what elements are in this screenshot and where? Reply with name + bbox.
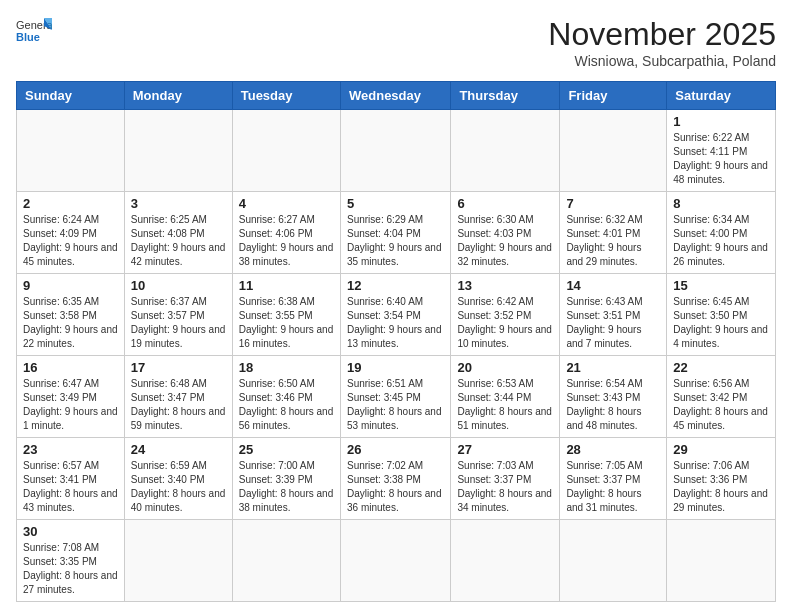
calendar-cell	[451, 520, 560, 602]
day-number: 24	[131, 442, 226, 457]
calendar-cell	[340, 520, 450, 602]
day-info: Sunrise: 6:40 AM Sunset: 3:54 PM Dayligh…	[347, 295, 444, 351]
day-info: Sunrise: 6:43 AM Sunset: 3:51 PM Dayligh…	[566, 295, 660, 351]
page-header: General Blue November 2025 Wisniowa, Sub…	[16, 16, 776, 69]
day-info: Sunrise: 7:06 AM Sunset: 3:36 PM Dayligh…	[673, 459, 769, 515]
day-number: 6	[457, 196, 553, 211]
day-number: 27	[457, 442, 553, 457]
calendar-cell: 20Sunrise: 6:53 AM Sunset: 3:44 PM Dayli…	[451, 356, 560, 438]
calendar-cell: 19Sunrise: 6:51 AM Sunset: 3:45 PM Dayli…	[340, 356, 450, 438]
calendar-cell: 26Sunrise: 7:02 AM Sunset: 3:38 PM Dayli…	[340, 438, 450, 520]
calendar-cell: 11Sunrise: 6:38 AM Sunset: 3:55 PM Dayli…	[232, 274, 340, 356]
calendar-week-5: 23Sunrise: 6:57 AM Sunset: 3:41 PM Dayli…	[17, 438, 776, 520]
day-info: Sunrise: 7:02 AM Sunset: 3:38 PM Dayligh…	[347, 459, 444, 515]
day-info: Sunrise: 6:38 AM Sunset: 3:55 PM Dayligh…	[239, 295, 334, 351]
day-number: 11	[239, 278, 334, 293]
calendar-cell: 16Sunrise: 6:47 AM Sunset: 3:49 PM Dayli…	[17, 356, 125, 438]
day-number: 23	[23, 442, 118, 457]
day-info: Sunrise: 7:00 AM Sunset: 3:39 PM Dayligh…	[239, 459, 334, 515]
calendar-cell: 24Sunrise: 6:59 AM Sunset: 3:40 PM Dayli…	[124, 438, 232, 520]
calendar-table: SundayMondayTuesdayWednesdayThursdayFrid…	[16, 81, 776, 602]
weekday-header-thursday: Thursday	[451, 82, 560, 110]
calendar-cell: 1Sunrise: 6:22 AM Sunset: 4:11 PM Daylig…	[667, 110, 776, 192]
generalblue-logo-icon: General Blue	[16, 16, 52, 46]
calendar-cell: 7Sunrise: 6:32 AM Sunset: 4:01 PM Daylig…	[560, 192, 667, 274]
day-number: 30	[23, 524, 118, 539]
weekday-header-friday: Friday	[560, 82, 667, 110]
day-number: 26	[347, 442, 444, 457]
day-number: 5	[347, 196, 444, 211]
day-number: 20	[457, 360, 553, 375]
calendar-cell: 25Sunrise: 7:00 AM Sunset: 3:39 PM Dayli…	[232, 438, 340, 520]
calendar-week-1: 1Sunrise: 6:22 AM Sunset: 4:11 PM Daylig…	[17, 110, 776, 192]
calendar-cell: 30Sunrise: 7:08 AM Sunset: 3:35 PM Dayli…	[17, 520, 125, 602]
calendar-cell: 4Sunrise: 6:27 AM Sunset: 4:06 PM Daylig…	[232, 192, 340, 274]
day-info: Sunrise: 7:05 AM Sunset: 3:37 PM Dayligh…	[566, 459, 660, 515]
day-info: Sunrise: 6:25 AM Sunset: 4:08 PM Dayligh…	[131, 213, 226, 269]
day-info: Sunrise: 6:57 AM Sunset: 3:41 PM Dayligh…	[23, 459, 118, 515]
day-info: Sunrise: 7:03 AM Sunset: 3:37 PM Dayligh…	[457, 459, 553, 515]
day-info: Sunrise: 6:42 AM Sunset: 3:52 PM Dayligh…	[457, 295, 553, 351]
calendar-cell	[560, 520, 667, 602]
calendar-cell	[560, 110, 667, 192]
weekday-header-monday: Monday	[124, 82, 232, 110]
logo: General Blue	[16, 16, 52, 46]
day-info: Sunrise: 6:56 AM Sunset: 3:42 PM Dayligh…	[673, 377, 769, 433]
day-number: 10	[131, 278, 226, 293]
day-number: 29	[673, 442, 769, 457]
day-number: 1	[673, 114, 769, 129]
weekday-header-saturday: Saturday	[667, 82, 776, 110]
day-info: Sunrise: 6:54 AM Sunset: 3:43 PM Dayligh…	[566, 377, 660, 433]
calendar-cell	[232, 520, 340, 602]
day-number: 2	[23, 196, 118, 211]
calendar-cell	[340, 110, 450, 192]
day-number: 9	[23, 278, 118, 293]
day-number: 12	[347, 278, 444, 293]
calendar-cell: 5Sunrise: 6:29 AM Sunset: 4:04 PM Daylig…	[340, 192, 450, 274]
calendar-cell: 2Sunrise: 6:24 AM Sunset: 4:09 PM Daylig…	[17, 192, 125, 274]
day-info: Sunrise: 6:48 AM Sunset: 3:47 PM Dayligh…	[131, 377, 226, 433]
day-info: Sunrise: 6:51 AM Sunset: 3:45 PM Dayligh…	[347, 377, 444, 433]
calendar-week-3: 9Sunrise: 6:35 AM Sunset: 3:58 PM Daylig…	[17, 274, 776, 356]
day-number: 15	[673, 278, 769, 293]
day-number: 3	[131, 196, 226, 211]
calendar-cell: 12Sunrise: 6:40 AM Sunset: 3:54 PM Dayli…	[340, 274, 450, 356]
calendar-cell: 18Sunrise: 6:50 AM Sunset: 3:46 PM Dayli…	[232, 356, 340, 438]
calendar-cell	[124, 110, 232, 192]
calendar-cell: 13Sunrise: 6:42 AM Sunset: 3:52 PM Dayli…	[451, 274, 560, 356]
weekday-header-wednesday: Wednesday	[340, 82, 450, 110]
day-number: 22	[673, 360, 769, 375]
day-info: Sunrise: 6:47 AM Sunset: 3:49 PM Dayligh…	[23, 377, 118, 433]
calendar-cell: 28Sunrise: 7:05 AM Sunset: 3:37 PM Dayli…	[560, 438, 667, 520]
day-info: Sunrise: 6:27 AM Sunset: 4:06 PM Dayligh…	[239, 213, 334, 269]
day-number: 18	[239, 360, 334, 375]
day-number: 19	[347, 360, 444, 375]
day-info: Sunrise: 6:45 AM Sunset: 3:50 PM Dayligh…	[673, 295, 769, 351]
day-number: 28	[566, 442, 660, 457]
day-info: Sunrise: 6:53 AM Sunset: 3:44 PM Dayligh…	[457, 377, 553, 433]
calendar-cell: 10Sunrise: 6:37 AM Sunset: 3:57 PM Dayli…	[124, 274, 232, 356]
day-info: Sunrise: 6:32 AM Sunset: 4:01 PM Dayligh…	[566, 213, 660, 269]
calendar-cell: 3Sunrise: 6:25 AM Sunset: 4:08 PM Daylig…	[124, 192, 232, 274]
day-info: Sunrise: 6:30 AM Sunset: 4:03 PM Dayligh…	[457, 213, 553, 269]
calendar-cell: 23Sunrise: 6:57 AM Sunset: 3:41 PM Dayli…	[17, 438, 125, 520]
calendar-cell: 22Sunrise: 6:56 AM Sunset: 3:42 PM Dayli…	[667, 356, 776, 438]
calendar-week-2: 2Sunrise: 6:24 AM Sunset: 4:09 PM Daylig…	[17, 192, 776, 274]
calendar-cell	[17, 110, 125, 192]
calendar-cell: 21Sunrise: 6:54 AM Sunset: 3:43 PM Dayli…	[560, 356, 667, 438]
day-number: 13	[457, 278, 553, 293]
day-info: Sunrise: 6:29 AM Sunset: 4:04 PM Dayligh…	[347, 213, 444, 269]
day-info: Sunrise: 6:35 AM Sunset: 3:58 PM Dayligh…	[23, 295, 118, 351]
svg-text:Blue: Blue	[16, 31, 40, 43]
calendar-cell	[232, 110, 340, 192]
calendar-cell: 9Sunrise: 6:35 AM Sunset: 3:58 PM Daylig…	[17, 274, 125, 356]
weekday-header-tuesday: Tuesday	[232, 82, 340, 110]
day-number: 14	[566, 278, 660, 293]
calendar-cell	[451, 110, 560, 192]
calendar-cell	[124, 520, 232, 602]
day-number: 17	[131, 360, 226, 375]
calendar-cell	[667, 520, 776, 602]
day-info: Sunrise: 7:08 AM Sunset: 3:35 PM Dayligh…	[23, 541, 118, 597]
day-number: 21	[566, 360, 660, 375]
day-info: Sunrise: 6:37 AM Sunset: 3:57 PM Dayligh…	[131, 295, 226, 351]
